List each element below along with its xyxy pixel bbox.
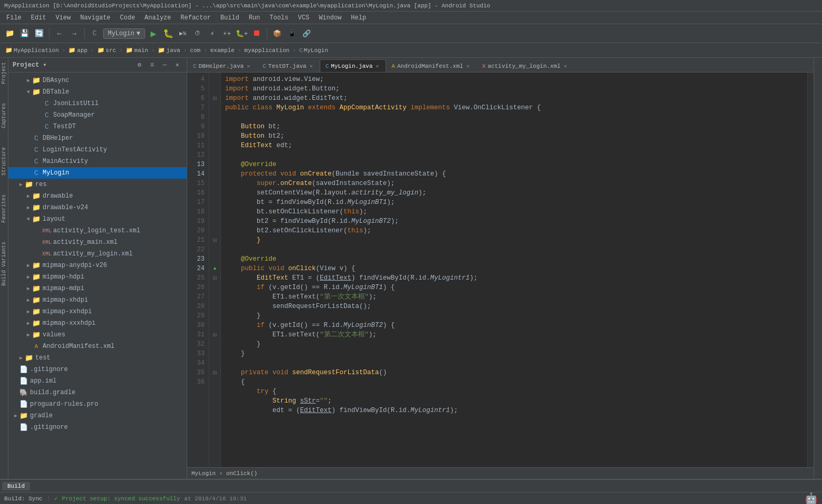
close-tab-androidmanifest[interactable]: ✕ (465, 63, 471, 70)
tree-item-mipmap-xhdpi[interactable]: ▶ 📁 mipmap-xhdpi (8, 294, 187, 306)
menu-window[interactable]: Window (314, 13, 346, 23)
tree-item-testdt[interactable]: C TestDT (8, 121, 187, 132)
menu-refactor[interactable]: Refactor (176, 13, 215, 23)
attach-debugger-button[interactable]: 🐛+ (236, 27, 248, 40)
close-tab-testdt[interactable]: ✕ (309, 63, 314, 70)
close-tab-dbhelper[interactable]: ✕ (246, 63, 251, 70)
tree-item-mipmap-xxxhdpi[interactable]: ▶ 📁 mipmap-xxxhdpi (8, 317, 187, 329)
right-tool-strip (814, 58, 822, 479)
tool-project[interactable]: Project (0, 58, 8, 88)
stop-button[interactable]: ⏹ (250, 27, 263, 40)
menu-view[interactable]: View (52, 13, 75, 23)
menu-edit[interactable]: Edit (27, 13, 50, 23)
tree-item-test[interactable]: ▶ 📁 test (8, 352, 187, 364)
tree-item-mipmap-anydpi[interactable]: ▶ 📁 mipmap-anydpi-v26 (8, 260, 187, 271)
tool-captures[interactable]: Captures (0, 99, 8, 132)
avd-manager-button[interactable]: 📱 (286, 27, 298, 40)
menu-analyze[interactable]: Analyze (140, 13, 175, 23)
menu-build[interactable]: Build (216, 13, 243, 23)
project-collapse-btn[interactable]: ≡ (147, 60, 157, 70)
coverage-button[interactable]: ▶% (177, 27, 189, 40)
breadcrumb-mylogin[interactable]: C MyLogin (297, 46, 330, 55)
breadcrumb-com[interactable]: com (188, 46, 202, 55)
open-file-button[interactable]: 📁 (3, 27, 16, 40)
tree-item-drawable[interactable]: ▶ 📁 drawable (8, 190, 187, 202)
tree-item-soapmanager[interactable]: C SoapManager (8, 109, 187, 121)
save-all-button[interactable]: 💾 (18, 27, 31, 40)
tool-favorites[interactable]: Favorites (0, 190, 8, 227)
menu-tools[interactable]: Tools (266, 13, 293, 23)
title-bar: MyApplication [D:\AndroidStudioProjects\… (0, 0, 822, 12)
tree-item-activity-my-login[interactable]: XML activity_my_login.xml (8, 248, 187, 260)
tree-item-gradle-folder[interactable]: ▶ 📁 gradle (8, 410, 187, 421)
tree-item-dbtable[interactable]: ▼ 📁 DBTable (8, 86, 187, 98)
breadcrumb-main[interactable]: 📁 main (124, 46, 150, 55)
project-tree: ▶ 📁 DBAsync ▼ 📁 DBTable C JsonListUtil C (8, 73, 187, 479)
tab-dbhelper[interactable]: C DBHelper.java ✕ (187, 59, 257, 72)
project-settings-btn[interactable]: ⚙ (134, 60, 145, 70)
tree-item-activity-main[interactable]: XML activity_main.xml (8, 236, 187, 248)
folder-icon: 📁 (32, 261, 41, 270)
sync-project-button[interactable]: 🔗 (300, 27, 313, 40)
breadcrumb-myapplication[interactable]: 📁 MyApplication (3, 46, 61, 55)
close-tab-mylogin[interactable]: ✕ (375, 63, 380, 70)
tab-androidmanifest[interactable]: A AndroidManifest.xml ✕ (386, 59, 476, 72)
tree-item-mipmap-hdpi[interactable]: ▶ 📁 mipmap-hdpi (8, 271, 187, 283)
breadcrumb-example[interactable]: example (208, 46, 237, 55)
tree-item-res[interactable]: ▶ 📁 res (8, 179, 187, 190)
tree-item-layout[interactable]: ▼ 📁 layout (8, 213, 187, 225)
tab-mylogin[interactable]: C MyLogin.java ✕ (320, 59, 386, 72)
tool-structure[interactable]: Structure (0, 143, 8, 180)
tree-item-gitignore-1[interactable]: 📄 .gitignore (8, 364, 187, 375)
tree-item-drawable-v24[interactable]: ▶ 📁 drawable-v24 (8, 202, 187, 213)
tree-item-dbasync[interactable]: ▶ 📁 DBAsync (8, 75, 187, 86)
java-class-icon: C (299, 47, 303, 54)
breadcrumb-myapplication-pkg[interactable]: myapplication (242, 46, 292, 55)
navigate-back-button[interactable]: ← (53, 27, 66, 40)
tree-item-dbhelper[interactable]: C DBHelper (8, 132, 187, 144)
tree-item-app-iml[interactable]: 📄 app.iml (8, 375, 187, 387)
tool-build-variants[interactable]: Build Variants (0, 238, 8, 290)
menu-run[interactable]: Run (245, 13, 265, 23)
code-editor[interactable]: import android.view.View; import android… (221, 73, 807, 467)
tree-item-mylogin[interactable]: C MyLogin (8, 167, 187, 179)
tree-item-values[interactable]: ▶ 📁 values (8, 329, 187, 341)
run-config-icon: C (88, 27, 101, 40)
tree-item-proguard[interactable]: 📄 proguard-rules.pro (8, 398, 187, 410)
tree-item-activity-login-test[interactable]: XML activity_login_test.xml (8, 225, 187, 236)
run-button[interactable]: ▶ (147, 27, 160, 40)
bottom-tab-build[interactable]: Build (2, 482, 30, 490)
breadcrumb-java[interactable]: 📁 java (156, 46, 182, 55)
apply-changes-restart-button[interactable]: ⚡+ (221, 27, 234, 40)
apply-changes-button[interactable]: ⚡ (206, 27, 219, 40)
tree-item-mipmap-xxhdpi[interactable]: ▶ 📁 mipmap-xxhdpi (8, 306, 187, 317)
breadcrumb-app[interactable]: 📁 app (66, 46, 89, 55)
code-line-23: @Override (225, 254, 803, 264)
navigate-forward-button[interactable]: → (68, 27, 80, 40)
tree-label: .gitignore (30, 424, 68, 431)
sync-button[interactable]: 🔄 (33, 27, 45, 40)
run-configuration-dropdown[interactable]: MyLogin ▼ (103, 28, 145, 39)
tree-item-gitignore-2[interactable]: 📄 .gitignore (8, 421, 187, 433)
tab-activity-my-login-xml[interactable]: X activity_my_login.xml ✕ (476, 59, 574, 72)
menu-vcs[interactable]: VCS (294, 13, 314, 23)
tree-item-mipmap-mdpi[interactable]: ▶ 📁 mipmap-mdpi (8, 283, 187, 294)
breadcrumb-src[interactable]: 📁 src (95, 46, 118, 55)
close-tab-activity-my-login-xml[interactable]: ✕ (563, 63, 568, 70)
menu-file[interactable]: File (2, 13, 26, 23)
tree-item-logintestactivity[interactable]: C LoginTestActivity (8, 144, 187, 156)
tree-item-build-gradle[interactable]: 🐘 build.gradle (8, 387, 187, 398)
menu-navigate[interactable]: Navigate (76, 13, 115, 23)
menu-help[interactable]: Help (347, 13, 370, 23)
tree-item-mainactivity[interactable]: C MainActivity (8, 156, 187, 167)
project-close-btn[interactable]: ✕ (172, 60, 182, 70)
profile-button[interactable]: ⏱ (191, 27, 204, 40)
sdk-manager-button[interactable]: 📦 (271, 27, 283, 40)
tree-item-androidmanifest[interactable]: A AndroidManifest.xml (8, 341, 187, 352)
menu-code[interactable]: Code (116, 13, 139, 23)
tab-testdt[interactable]: C TestDT.java ✕ (257, 59, 319, 72)
project-pin-btn[interactable]: — (159, 60, 170, 70)
folder-icon: 📁 (32, 203, 41, 212)
tree-item-jsonlistutil[interactable]: C JsonListUtil (8, 98, 187, 109)
debug-button[interactable]: 🐛 (162, 27, 175, 40)
